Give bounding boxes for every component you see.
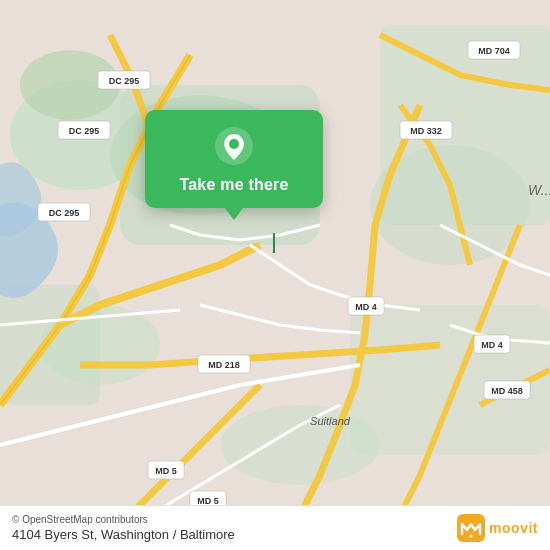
address-text: 4104 Byers St, Washington / Baltimore (12, 527, 235, 542)
svg-text:DC 295: DC 295 (49, 208, 80, 218)
location-pin-icon (214, 126, 254, 166)
popup-card[interactable]: Take me there (145, 110, 323, 208)
map-container: DC 295 DC 295 DC 295 MD 704 MD 332 MD 21… (0, 0, 550, 550)
moovit-logo-icon (457, 514, 485, 542)
svg-text:MD 218: MD 218 (208, 360, 240, 370)
svg-rect-7 (350, 305, 550, 455)
moovit-text: moovit (489, 520, 538, 536)
svg-text:MD 458: MD 458 (491, 386, 523, 396)
take-me-there-button[interactable]: Take me there (179, 176, 288, 194)
bottom-bar: © OpenStreetMap contributors 4104 Byers … (0, 505, 550, 550)
osm-credit: © OpenStreetMap contributors (12, 514, 235, 525)
svg-text:MD 704: MD 704 (478, 46, 510, 56)
svg-point-39 (470, 535, 473, 538)
svg-text:W...: W... (528, 182, 550, 198)
svg-text:DC 295: DC 295 (109, 76, 140, 86)
svg-text:MD 332: MD 332 (410, 126, 442, 136)
svg-point-10 (220, 405, 380, 485)
svg-point-36 (229, 139, 239, 149)
svg-text:Suitland: Suitland (310, 415, 351, 427)
svg-text:MD 4: MD 4 (355, 302, 377, 312)
moovit-logo: moovit (457, 514, 538, 542)
svg-text:MD 5: MD 5 (155, 466, 177, 476)
svg-text:DC 295: DC 295 (69, 126, 100, 136)
svg-text:MD 4: MD 4 (481, 340, 503, 350)
